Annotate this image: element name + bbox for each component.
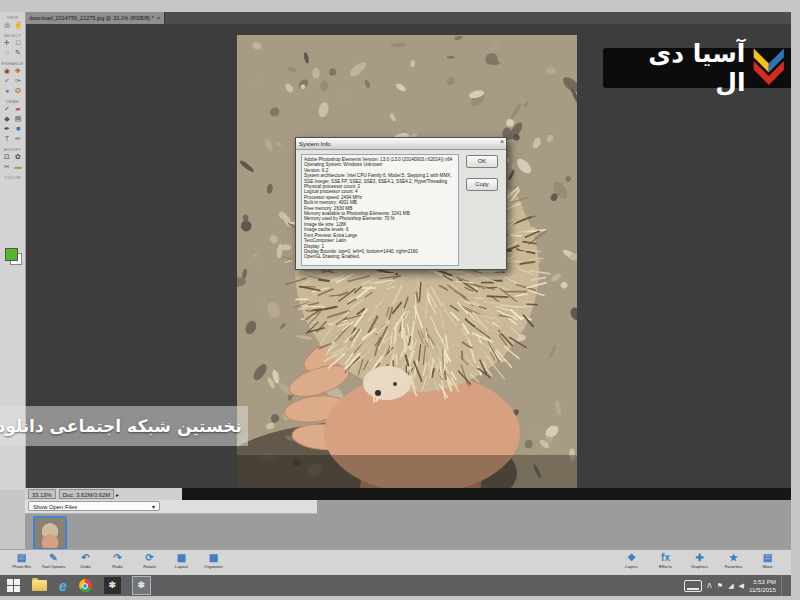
organizer-button[interactable]: ▩ Organizer <box>200 551 227 569</box>
screenshot-frame-bottom <box>0 596 800 600</box>
photo-bin-header: Show Open Files ▾ <box>25 500 317 514</box>
dialog-close-icon[interactable]: × <box>500 138 504 145</box>
tool-section: SELECT ✛□◌✎ <box>0 33 25 58</box>
color-picker-tool[interactable]: ✒ <box>2 124 13 134</box>
blur-tool[interactable]: ● <box>2 86 13 96</box>
custom-shape-tool[interactable]: ■ <box>13 124 24 134</box>
system-info-line: System architecture: Intel CPU Family:6,… <box>304 173 456 178</box>
toolbar-button-label: Photo Bin <box>12 564 31 569</box>
clone-stamp-tool[interactable]: ✑ <box>13 76 24 86</box>
screenshot-frame-top <box>0 0 800 12</box>
rectangular-marquee-tool[interactable]: □ <box>13 38 24 48</box>
pencil-tool[interactable]: ✏ <box>13 134 24 144</box>
chevron-down-icon: ▾ <box>152 502 155 510</box>
gradient-tool[interactable]: ▤ <box>13 114 24 124</box>
toolbar-button-label: Organizer <box>204 564 223 569</box>
sponge-tool[interactable]: ❂ <box>13 86 24 96</box>
toolbar-button-icon: ▦ <box>177 551 186 564</box>
tray-expand-icon[interactable]: ᐱ <box>707 582 712 590</box>
tool-section: VIEW ◎✌ <box>0 15 25 30</box>
zoom-tool[interactable]: ◎ <box>2 20 13 30</box>
toolbar-button-label: Rotate <box>143 564 156 569</box>
volume-icon[interactable]: ◀ <box>739 582 744 590</box>
panel-button-label: More <box>763 564 773 569</box>
quick-selection-tool[interactable]: ✎ <box>13 48 24 58</box>
system-info-dialog: System Info × Adobe Photoshop Elements V… <box>295 137 507 270</box>
toolbar-button-icon: ⟳ <box>145 551 153 564</box>
asiadl-chevron-logo-icon <box>751 48 787 88</box>
panel-button-label: Favorites <box>725 564 743 569</box>
network-icon[interactable]: ◢ <box>728 582 733 590</box>
chrome-icon[interactable] <box>79 579 92 592</box>
action-center-flag-icon[interactable]: ⚑ <box>717 582 723 590</box>
red-eye-removal-tool[interactable]: ◉ <box>2 66 13 76</box>
document-size-field[interactable]: Doc: 3.62M/3.62M <box>59 489 114 499</box>
move-tool[interactable]: ✛ <box>2 38 13 48</box>
straighten-tool[interactable]: ▬ <box>13 162 24 172</box>
pinned-app-icon[interactable]: ✽ <box>104 577 121 594</box>
tab-close-icon[interactable]: × <box>157 15 161 21</box>
toolbar-button-icon: ↷ <box>113 551 121 564</box>
type-tool[interactable]: T <box>2 134 13 144</box>
document-tab-bar: download_2014756_21275.jpg @ 33.1% (RGB/… <box>25 12 791 24</box>
panel-button-icon: ▤ <box>763 551 772 564</box>
photo-bin-thumbnail[interactable] <box>33 516 67 550</box>
tool-section: COLOR <box>0 175 25 180</box>
tool-section: MODIFY ⊡✿✂▬ <box>0 147 25 172</box>
file-explorer-icon[interactable] <box>32 580 47 591</box>
tool-section-label: COLOR <box>0 175 25 180</box>
zoom-level-field[interactable]: 33.13% <box>28 489 56 499</box>
hand-tool[interactable]: ✌ <box>13 20 24 30</box>
layout-button[interactable]: ▦ Layout <box>168 551 195 569</box>
favorites-button[interactable]: ★ Favorites <box>720 551 747 569</box>
photoshop-elements-taskbar-icon[interactable]: ✽ <box>133 577 150 594</box>
status-bar: 33.13% Doc: 3.62M/3.62M ▸ <box>25 488 791 500</box>
cookie-cutter-tool[interactable]: ✿ <box>13 152 24 162</box>
show-open-files-dropdown[interactable]: Show Open Files ▾ <box>28 501 160 511</box>
toolbar-button-label: Layout <box>175 564 188 569</box>
panel-button-label: Graphics <box>691 564 708 569</box>
taskbar-toolbar: ▤ Photo Bin ✎ Tool Options ↶ Undo ↷ Redo <box>0 549 791 576</box>
panel-button-icon: fx <box>661 551 670 564</box>
internet-explorer-icon[interactable]: e <box>59 578 67 594</box>
tool-options-button[interactable]: ✎ Tool Options <box>40 551 67 569</box>
panel-button-icon: ★ <box>729 551 738 564</box>
taskbar-clock[interactable]: 3:53 PM 11/5/2015 <box>749 578 776 594</box>
recompose-tool[interactable]: ✂ <box>2 162 13 172</box>
brush-tool[interactable]: ✓ <box>2 104 13 114</box>
screenshot-frame-right <box>791 0 800 600</box>
start-button[interactable] <box>7 579 20 592</box>
layers-button[interactable]: ❖ Layers <box>618 551 645 569</box>
smart-brush-tool[interactable]: ✓ <box>2 76 13 86</box>
rotate-button[interactable]: ⟳ Rotate <box>136 551 163 569</box>
asiadl-watermark-bottom: نخستین شبکه اجتماعی دانلود <box>0 406 248 446</box>
toolbar-right-group: ❖ Layers fx Effects ✚ Graphics ★ Favorit… <box>618 551 781 569</box>
graphics-button[interactable]: ✚ Graphics <box>686 551 713 569</box>
more-button[interactable]: ▤ More <box>754 551 781 569</box>
undo-button[interactable]: ↶ Undo <box>72 551 99 569</box>
touch-keyboard-icon[interactable] <box>684 580 702 592</box>
system-info-text: Adobe Photoshop Elements Version: 13.0 (… <box>301 154 459 266</box>
photo-bin-button[interactable]: ▤ Photo Bin <box>8 551 35 569</box>
toolbar-button-label: Undo <box>80 564 90 569</box>
eraser-tool[interactable]: ▰ <box>13 104 24 114</box>
system-info-line: OpenGL Drawing: Enabled. <box>304 254 456 259</box>
spot-healing-brush-tool[interactable]: ✚ <box>13 66 24 76</box>
copy-button[interactable]: Copy <box>466 178 498 191</box>
toolbar-button-icon: ✎ <box>49 551 57 564</box>
crop-tool[interactable]: ⊡ <box>2 152 13 162</box>
lasso-tool[interactable]: ◌ <box>2 48 13 58</box>
toolbar-left-group: ▤ Photo Bin ✎ Tool Options ↶ Undo ↷ Redo <box>8 551 227 569</box>
document-tab[interactable]: download_2014756_21275.jpg @ 33.1% (RGB/… <box>25 12 165 24</box>
paint-bucket-tool[interactable]: ◆ <box>2 114 13 124</box>
dialog-title-bar[interactable]: System Info × <box>296 138 506 150</box>
effects-button[interactable]: fx Effects <box>652 551 679 569</box>
status-arrow-icon[interactable]: ▸ <box>116 491 119 498</box>
show-desktop-button[interactable] <box>781 575 785 596</box>
system-tray: ᐱ ⚑ ◢ ◀ 3:53 PM 11/5/2015 <box>684 575 791 596</box>
foreground-color-swatch[interactable] <box>5 248 18 261</box>
redo-button[interactable]: ↷ Redo <box>104 551 131 569</box>
color-swatch-area <box>0 246 25 264</box>
ok-button[interactable]: OK <box>466 155 498 168</box>
toolbar-button-icon: ↶ <box>81 551 89 564</box>
